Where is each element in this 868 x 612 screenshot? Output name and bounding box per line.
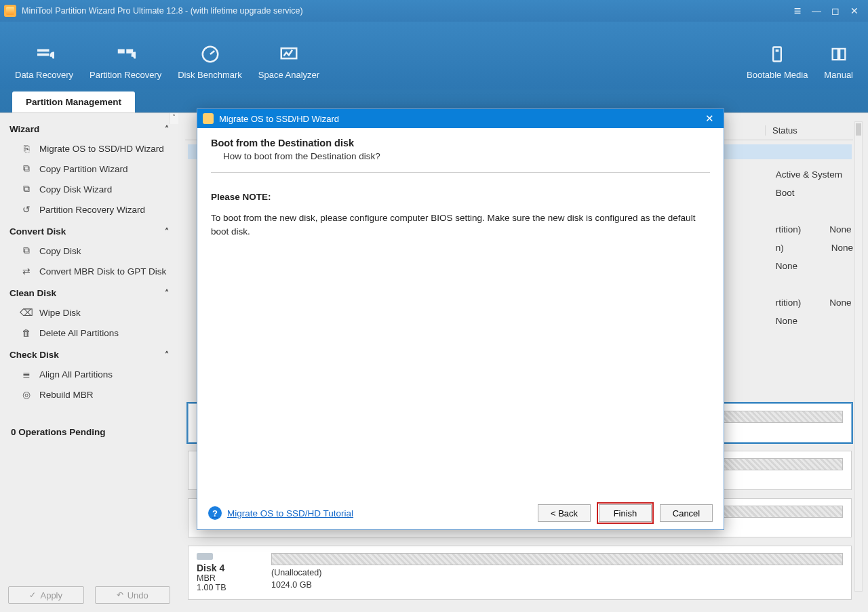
- app-title: MiniTool Partition Wizard Pro Ultimate 1…: [22, 6, 788, 16]
- titlebar: MiniTool Partition Wizard Pro Ultimate 1…: [0, 0, 868, 22]
- section-title: Convert Disk: [9, 226, 66, 237]
- unalloc-size: 1024.0 GB: [271, 580, 312, 590]
- sidebar-item-label: Align All Partitions: [39, 369, 113, 380]
- apply-button[interactable]: ✓Apply: [8, 586, 84, 604]
- tool-label: Partition Recovery: [90, 70, 161, 80]
- pending-operations: 0 Operations Pending: [8, 423, 170, 444]
- partition-bar-unallocated: [271, 553, 843, 565]
- trash-icon: 🗑: [20, 327, 33, 339]
- tool-partition-recovery[interactable]: Partition Recovery: [81, 39, 170, 84]
- sidebar-item-align[interactable]: ≣Align All Partitions: [0, 364, 178, 384]
- section-title: Check Disk: [9, 350, 59, 360]
- status-cell: n)None: [769, 239, 853, 257]
- sidebar-item-partition-recovery[interactable]: ↺Partition Recovery Wizard: [0, 199, 178, 220]
- sidebar-item-label: Wipe Disk: [39, 308, 81, 318]
- svg-rect-3: [776, 49, 779, 52]
- back-button[interactable]: < Back: [538, 504, 591, 522]
- svg-rect-1: [281, 48, 297, 58]
- sidebar-item-migrate-os[interactable]: ⎘Migrate OS to SSD/HD Wizard: [0, 138, 178, 159]
- eraser-icon: ⌫: [20, 306, 33, 319]
- dialog-subtitle: How to boot from the Destination disk?: [211, 151, 710, 161]
- sidebar-item-label: Copy Disk Wizard: [39, 184, 112, 195]
- chevron-up-icon: ˄: [165, 227, 169, 237]
- button-label: Undo: [127, 590, 149, 600]
- close-button[interactable]: ✕: [845, 3, 864, 19]
- space-analyzer-icon: [277, 43, 300, 66]
- tool-label: Bootable Media: [747, 70, 808, 80]
- align-icon: ≣: [20, 368, 33, 380]
- rebuild-icon: ◎: [20, 388, 33, 401]
- tool-label: Space Analyzer: [258, 70, 319, 80]
- help-icon: ?: [208, 506, 222, 520]
- sidebar-item-copy-partition[interactable]: ⧉Copy Partition Wizard: [0, 159, 178, 179]
- sidebar-item-convert-mbr-gpt[interactable]: ⇄Convert MBR Disk to GPT Disk: [0, 261, 178, 281]
- convert-icon: ⇄: [20, 265, 33, 277]
- section-convert-disk[interactable]: Convert Disk ˄: [0, 220, 178, 241]
- tab-partition-management[interactable]: Partition Management: [12, 91, 135, 113]
- section-wizard[interactable]: Wizard ˄: [0, 117, 178, 138]
- main-scrollbar[interactable]: [854, 121, 863, 592]
- sidebar-scroll-up-icon[interactable]: ˄: [169, 113, 178, 124]
- manual-icon: [827, 43, 850, 66]
- data-recovery-icon: [33, 43, 56, 66]
- finish-button[interactable]: Finish: [599, 504, 652, 522]
- dialog-titlebar[interactable]: Migrate OS to SSD/HD Wizard ✕: [197, 109, 724, 128]
- disk-icon: [197, 553, 213, 560]
- status-cell: Boot: [769, 184, 853, 202]
- dialog-heading: Boot from the Destination disk: [211, 138, 710, 148]
- status-cell: [769, 202, 853, 220]
- sidebar-item-rebuild-mbr[interactable]: ◎Rebuild MBR: [0, 384, 178, 405]
- minimize-button[interactable]: —: [807, 3, 826, 19]
- section-clean-disk[interactable]: Clean Disk ˄: [0, 281, 178, 302]
- tutorial-link[interactable]: ? Migrate OS to SSD/HD Tutorial: [208, 506, 353, 520]
- disk-type: MBR: [197, 573, 259, 583]
- copy-partition-icon: ⧉: [20, 163, 33, 175]
- tool-label: Disk Benchmark: [178, 70, 242, 80]
- sidebar-item-copy-disk-2[interactable]: ⧉Copy Disk: [0, 241, 178, 261]
- section-title: Wizard: [9, 124, 39, 134]
- main-toolbar: Data Recovery Partition Recovery Disk Be…: [0, 22, 868, 89]
- dialog-title: Migrate OS to SSD/HD Wizard: [219, 114, 339, 124]
- tool-manual[interactable]: Manual: [816, 39, 861, 84]
- sidebar-item-label: Copy Partition Wizard: [39, 164, 128, 174]
- migrate-icon: ⎘: [20, 142, 33, 155]
- tool-data-recovery[interactable]: Data Recovery: [7, 39, 81, 84]
- tool-space-analyzer[interactable]: Space Analyzer: [250, 39, 328, 84]
- sidebar-item-delete-all[interactable]: 🗑Delete All Partitions: [0, 323, 178, 343]
- col-status[interactable]: Status: [765, 125, 853, 136]
- disk-name: Disk 4: [197, 563, 259, 573]
- section-check-disk[interactable]: Check Disk ˄: [0, 343, 178, 364]
- cancel-button[interactable]: Cancel: [660, 504, 713, 522]
- recovery-icon: ↺: [20, 203, 33, 216]
- tool-label: Manual: [824, 70, 853, 80]
- tool-bootable-media[interactable]: Bootable Media: [738, 39, 816, 84]
- chevron-up-icon: ˄: [165, 289, 169, 298]
- undo-button[interactable]: ↶Undo: [95, 586, 171, 604]
- sidebar-item-wipe-disk[interactable]: ⌫Wipe Disk: [0, 302, 178, 323]
- partition-recovery-icon: [114, 43, 137, 66]
- disk-panel-disk4[interactable]: Disk 4 MBR 1.00 TB (Unallocated) 1024.0 …: [188, 546, 852, 600]
- disk-benchmark-icon: [199, 43, 222, 66]
- sidebar-item-label: Partition Recovery Wizard: [39, 205, 145, 215]
- tool-disk-benchmark[interactable]: Disk Benchmark: [170, 39, 250, 84]
- tool-label: Data Recovery: [15, 70, 73, 80]
- dialog-close-button[interactable]: ✕: [701, 113, 718, 125]
- sidebar-item-label: Copy Disk: [39, 246, 81, 256]
- copy-disk-icon: ⧉: [20, 245, 33, 257]
- sidebar-item-label: Rebuild MBR: [39, 390, 94, 400]
- check-icon: ✓: [29, 590, 36, 600]
- sidebar-item-label: Migrate OS to SSD/HD Wizard: [39, 144, 164, 154]
- tutorial-label: Migrate OS to SSD/HD Tutorial: [227, 508, 353, 518]
- status-cell: rtition)None: [769, 220, 853, 239]
- sidebar-item-copy-disk[interactable]: ⧉Copy Disk Wizard: [0, 179, 178, 199]
- undo-icon: ↶: [117, 590, 123, 600]
- app-logo-icon: [4, 5, 16, 17]
- hamburger-menu-icon[interactable]: ≡: [788, 3, 807, 19]
- status-cell: rtition)None: [769, 293, 853, 312]
- bootable-media-icon: [766, 43, 789, 66]
- sidebar-item-label: Delete All Partitions: [39, 328, 119, 338]
- migrate-os-dialog: Migrate OS to SSD/HD Wizard ✕ Boot from …: [197, 108, 724, 530]
- maximize-button[interactable]: ◻: [826, 3, 845, 19]
- unalloc-label: (Unallocated): [271, 568, 321, 577]
- status-cell: Active & System: [769, 165, 853, 184]
